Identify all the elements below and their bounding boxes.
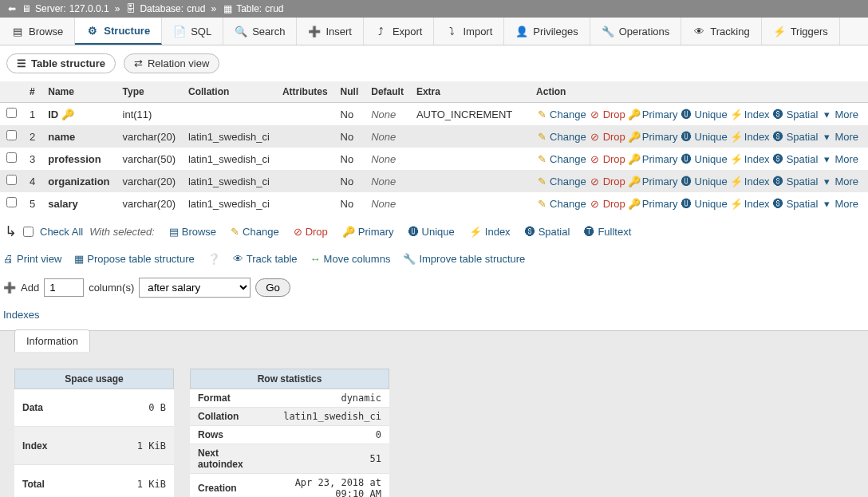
tab-tracking[interactable]: 👁Tracking	[681, 18, 761, 45]
tab-export[interactable]: ⤴Export	[364, 18, 435, 45]
tab-browse[interactable]: ▤Browse	[0, 18, 75, 45]
add-position-select[interactable]: after salary	[139, 278, 251, 298]
change-link[interactable]: ✎Change	[536, 153, 586, 165]
col-attributes	[276, 192, 334, 215]
spatial-link[interactable]: 🅢Spatial	[773, 176, 819, 187]
ws-index[interactable]: ⚡Index	[469, 226, 511, 238]
col-name: name	[41, 125, 116, 148]
ws-primary[interactable]: 🔑Primary	[342, 226, 394, 238]
drop-link[interactable]: ⊘Drop	[590, 198, 625, 210]
drop-link[interactable]: ⊘Drop	[590, 131, 625, 143]
index-link[interactable]: ⚡Index	[731, 198, 770, 210]
ws-unique[interactable]: 🅤Unique	[408, 226, 455, 238]
track-table-link[interactable]: 👁Track table	[233, 253, 298, 265]
rows-label: Rows	[190, 426, 260, 444]
primary-link[interactable]: 🔑Primary	[629, 153, 678, 165]
database-link[interactable]: crud	[187, 3, 205, 14]
header-type: Type	[116, 81, 182, 103]
change-link[interactable]: ✎Change	[536, 176, 586, 187]
server-link[interactable]: 127.0.0.1	[69, 3, 109, 14]
more-link[interactable]: ▾More	[821, 108, 858, 120]
improve-link[interactable]: 🔧Improve table structure	[403, 253, 525, 265]
checkall-link[interactable]: Check All	[40, 226, 83, 238]
drop-link[interactable]: ⊘Drop	[590, 108, 625, 120]
unique-link[interactable]: 🅤Unique	[681, 153, 728, 165]
subtab-relation-view[interactable]: ⇄Relation view	[124, 53, 219, 73]
tab-operations[interactable]: 🔧Operations	[590, 18, 682, 45]
index-link[interactable]: ⚡Index	[731, 131, 770, 143]
col-type: varchar(20)	[116, 192, 182, 215]
tab-structure[interactable]: ⚙Structure	[75, 18, 162, 45]
index-link[interactable]: ⚡Index	[731, 153, 770, 165]
row-checkbox[interactable]	[6, 175, 17, 185]
subtab-table-structure[interactable]: ☰Table structure	[6, 53, 116, 73]
unique-link[interactable]: 🅤Unique	[681, 176, 728, 187]
drop-link[interactable]: ⊘Drop	[590, 176, 625, 187]
checkall-checkbox[interactable]	[23, 227, 34, 237]
more-link[interactable]: ▾More	[821, 198, 858, 210]
unique-link[interactable]: 🅤Unique	[681, 108, 728, 120]
spatial-link[interactable]: 🅢Spatial	[773, 153, 819, 165]
primary-link[interactable]: 🔑Primary	[629, 131, 678, 143]
primary-link[interactable]: 🔑Primary	[629, 108, 678, 120]
more-link[interactable]: ▾More	[821, 153, 858, 165]
index-link[interactable]: ⚡Index	[731, 176, 770, 187]
table-link[interactable]: crud	[265, 3, 283, 14]
checkall-bar: ↳ Check All With selected: ▤Browse ✎Chan…	[0, 215, 868, 248]
spatial-link[interactable]: 🅢Spatial	[773, 131, 819, 143]
tab-sql[interactable]: 📄SQL	[162, 18, 223, 45]
home-icon[interactable]: ⬅	[6, 3, 18, 14]
information-tab[interactable]: Information	[14, 329, 90, 352]
primary-link[interactable]: 🔑Primary	[629, 176, 678, 187]
propose-link[interactable]: ▦Propose table structure	[74, 253, 194, 265]
col-collation: latin1_swedish_ci	[182, 192, 276, 215]
tab-insert[interactable]: ➕Insert	[297, 18, 364, 45]
unique-link[interactable]: 🅤Unique	[681, 131, 728, 143]
col-extra: AUTO_INCREMENT	[410, 103, 530, 126]
tab-import[interactable]: ⤵Import	[434, 18, 504, 45]
tab-triggers[interactable]: ⚡Triggers	[762, 18, 840, 45]
more-link[interactable]: ▾More	[821, 131, 858, 143]
operations-icon: 🔧	[602, 25, 614, 37]
ws-browse[interactable]: ▤Browse	[169, 226, 216, 238]
spatial-link[interactable]: 🅢Spatial	[773, 198, 819, 210]
table-icon: ▦	[222, 3, 233, 14]
help-icon[interactable]: ❔	[207, 253, 220, 265]
row-checkbox[interactable]	[6, 152, 17, 163]
change-link[interactable]: ✎Change	[536, 198, 586, 210]
spatial-link[interactable]: 🅢Spatial	[773, 108, 819, 120]
unique-icon: 🅤	[681, 131, 692, 142]
row-checkbox[interactable]	[6, 108, 17, 118]
index-link[interactable]: ⚡Index	[731, 108, 770, 120]
change-link[interactable]: ✎Change	[536, 131, 586, 143]
go-button[interactable]: Go	[255, 278, 290, 297]
unique-link[interactable]: 🅤Unique	[681, 198, 728, 210]
tab-privileges[interactable]: 👤Privileges	[504, 18, 590, 45]
space-usage-caption: Space usage	[14, 369, 174, 389]
tab-search[interactable]: 🔍Search	[223, 18, 297, 45]
change-link[interactable]: ✎Change	[536, 108, 586, 120]
chevron-down-icon: ▾	[821, 131, 832, 142]
more-link[interactable]: ▾More	[821, 176, 858, 187]
col-null: No	[334, 192, 365, 215]
spatial-icon: 🅢	[773, 176, 784, 187]
index-label: Index	[14, 427, 91, 465]
ws-fulltext[interactable]: 🅣Fulltext	[584, 226, 631, 238]
primary-link[interactable]: 🔑Primary	[629, 198, 678, 210]
ws-change[interactable]: ✎Change	[231, 226, 279, 238]
col-name: profession	[41, 148, 116, 170]
indexes-link[interactable]: Indexes	[3, 309, 40, 321]
print-view-link[interactable]: 🖨Print view	[3, 253, 61, 265]
drop-link[interactable]: ⊘Drop	[590, 153, 625, 165]
format-label: Format	[190, 389, 260, 408]
row-checkbox[interactable]	[6, 197, 17, 207]
ws-drop[interactable]: ⊘Drop	[294, 226, 328, 238]
ws-spatial[interactable]: 🅢Spatial	[525, 226, 570, 238]
row-checkbox[interactable]	[6, 130, 17, 140]
add-count-input[interactable]	[44, 278, 84, 297]
eye-icon: 👁	[233, 253, 243, 265]
move-columns-link[interactable]: ↔Move columns	[310, 253, 391, 265]
chevron-down-icon: ▾	[821, 198, 832, 209]
row-stats-table: Row statistics Formatdynamic Collationla…	[190, 369, 389, 497]
spatial-icon: 🅢	[773, 198, 784, 209]
